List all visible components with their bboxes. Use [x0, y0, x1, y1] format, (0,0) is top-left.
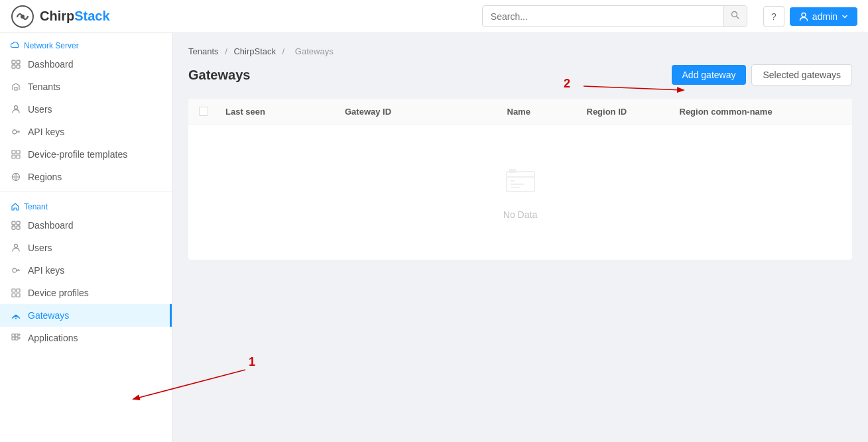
gateways-table: Last seen Gateway ID Name Region ID Regi…	[188, 99, 852, 260]
svg-rect-31	[19, 334, 20, 335]
svg-rect-6	[12, 65, 15, 68]
sidebar-item-applications[interactable]: Applications	[0, 327, 172, 349]
dashboard-tenant-icon	[11, 220, 21, 231]
logo-text: ChirpStack	[40, 9, 110, 24]
sidebar-item-gateways[interactable]: Gateways	[0, 304, 172, 327]
logo-icon	[11, 5, 34, 28]
breadcrumb-sep-1: /	[225, 46, 229, 56]
svg-rect-36	[511, 184, 524, 185]
help-button[interactable]: ?	[763, 6, 784, 27]
col-last-seen: Last seen	[225, 107, 345, 117]
col-checkbox	[199, 107, 225, 117]
search-container	[482, 5, 747, 27]
svg-rect-34	[509, 169, 516, 173]
app-header: ChirpStack ? admin	[0, 0, 868, 33]
breadcrumb: Tenants / ChirpStack / Gateways	[188, 46, 852, 56]
page-header: Gateways Add gateway Selected gateways	[188, 64, 852, 85]
svg-rect-4	[12, 60, 15, 64]
sidebar-item-dashboard-network[interactable]: Dashboard	[0, 53, 172, 76]
cloud-icon	[11, 41, 20, 50]
body-layout: Network Server Dashboard Tenants Users	[0, 33, 868, 442]
breadcrumb-tenants[interactable]: Tenants	[188, 46, 219, 56]
gateways-icon	[11, 310, 21, 321]
svg-rect-24	[12, 294, 15, 297]
admin-button[interactable]: admin	[790, 7, 857, 26]
page-actions: Add gateway Selected gateways	[672, 64, 852, 85]
svg-rect-30	[15, 337, 18, 340]
regions-icon	[11, 172, 21, 182]
table-header: Last seen Gateway ID Name Region ID Regi…	[188, 99, 852, 125]
page-container: Tenants / ChirpStack / Gateways Gateways…	[172, 33, 868, 273]
col-name: Name	[507, 107, 587, 117]
api-key-tenant-icon	[11, 265, 21, 276]
home-icon	[11, 202, 20, 211]
sidebar-item-users-network[interactable]: Users	[0, 98, 172, 121]
sidebar-item-regions[interactable]: Regions	[0, 166, 172, 188]
sidebar-item-apikeys-tenant[interactable]: API keys	[0, 259, 172, 282]
breadcrumb-chirpstack[interactable]: ChirpStack	[233, 46, 276, 56]
page-title: Gateways	[188, 68, 250, 83]
selected-gateways-button[interactable]: Selected gateways	[751, 64, 852, 85]
svg-rect-35	[511, 180, 515, 182]
svg-rect-33	[507, 172, 534, 192]
empty-text: No Data	[503, 209, 537, 220]
chevron-down-icon	[841, 13, 848, 20]
svg-rect-25	[17, 294, 20, 297]
svg-rect-23	[17, 289, 20, 292]
search-input[interactable]	[483, 7, 723, 26]
svg-rect-8	[15, 87, 17, 90]
network-server-section-label: Network Server	[0, 33, 172, 53]
svg-point-3	[802, 13, 806, 17]
svg-rect-16	[12, 221, 15, 225]
search-button[interactable]	[723, 6, 747, 27]
tenants-icon	[11, 82, 21, 92]
users-icon	[11, 104, 21, 115]
add-gateway-button[interactable]: Add gateway	[672, 65, 747, 85]
svg-rect-13	[12, 155, 15, 158]
device-profiles-tenant-icon	[11, 288, 21, 298]
api-key-icon	[11, 127, 21, 137]
svg-rect-32	[19, 337, 20, 339]
sidebar-item-device-profiles-tenant[interactable]: Device profiles	[0, 282, 172, 304]
logo[interactable]: ChirpStack	[11, 5, 110, 28]
col-region-common-name: Region common-name	[680, 107, 842, 117]
sidebar: Network Server Dashboard Tenants Users	[0, 33, 172, 442]
breadcrumb-gateways: Gateways	[295, 46, 334, 56]
svg-rect-17	[17, 221, 20, 225]
table-empty-state: No Data	[188, 125, 852, 260]
sidebar-item-users-tenant[interactable]: Users	[0, 237, 172, 259]
empty-icon	[504, 165, 537, 201]
svg-rect-19	[17, 226, 20, 229]
svg-rect-27	[12, 334, 15, 337]
svg-rect-37	[511, 187, 520, 188]
col-gateway-id: Gateway ID	[345, 107, 507, 117]
admin-label: admin	[812, 11, 837, 22]
svg-rect-5	[17, 60, 20, 64]
svg-rect-12	[17, 150, 20, 154]
header-actions: ? admin	[763, 6, 857, 27]
select-all-checkbox[interactable]	[199, 107, 208, 116]
svg-point-26	[15, 318, 17, 319]
svg-rect-14	[17, 155, 20, 158]
svg-rect-28	[15, 334, 18, 337]
svg-point-20	[15, 245, 18, 248]
users-tenant-icon	[11, 243, 21, 253]
svg-rect-29	[12, 337, 15, 340]
logo-chirp: Chirp	[40, 9, 74, 23]
svg-rect-22	[12, 289, 15, 292]
sidebar-item-device-profile-templates[interactable]: Device-profile templates	[0, 143, 172, 166]
sidebar-item-dashboard-tenant[interactable]: Dashboard	[0, 214, 172, 237]
col-region-id: Region ID	[587, 107, 680, 117]
logo-stack: Stack	[74, 9, 109, 23]
sidebar-divider	[0, 191, 172, 192]
svg-rect-7	[17, 65, 20, 68]
svg-rect-18	[12, 226, 15, 229]
device-profile-icon	[11, 149, 21, 160]
sidebar-item-tenants[interactable]: Tenants	[0, 76, 172, 98]
svg-point-9	[15, 106, 18, 109]
breadcrumb-sep-2: /	[282, 46, 287, 56]
sidebar-item-apikeys-network[interactable]: API keys	[0, 121, 172, 143]
svg-point-1	[21, 15, 25, 19]
applications-icon	[11, 333, 21, 343]
main-content: Tenants / ChirpStack / Gateways Gateways…	[172, 33, 868, 442]
